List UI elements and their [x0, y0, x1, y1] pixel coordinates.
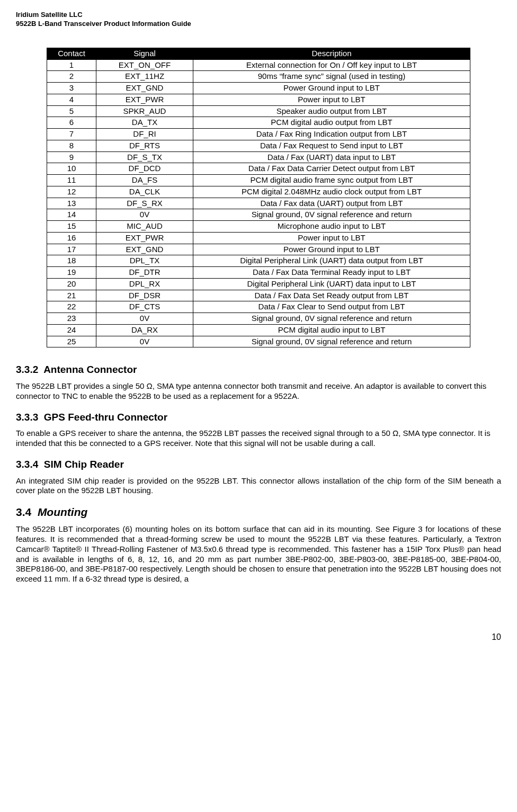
cell-signal: 0V [96, 209, 193, 221]
cell-contact: 14 [47, 209, 96, 221]
cell-description: Signal ground, 0V signal reference and r… [193, 336, 470, 347]
heading-mounting: 3.4 Mounting [16, 505, 501, 519]
cell-signal: DPL_RX [96, 278, 193, 290]
table-row: 3EXT_GNDPower Ground input to LBT [47, 83, 470, 94]
cell-contact: 15 [47, 221, 96, 233]
cell-signal: MIC_AUD [96, 221, 193, 233]
cell-contact: 21 [47, 290, 96, 301]
cell-contact: 13 [47, 198, 96, 209]
heading-title: SIM Chip Reader [44, 459, 124, 470]
body-gps-connector: To enable a GPS receiver to share the an… [16, 429, 501, 449]
cell-contact: 16 [47, 232, 96, 244]
cell-description: Power Ground input to LBT [193, 244, 470, 255]
table-row: 10DF_DCDData / Fax Data Carrier Detect o… [47, 163, 470, 175]
cell-signal: DA_RX [96, 324, 193, 336]
body-sim-reader: An integrated SIM chip reader is provide… [16, 476, 501, 496]
header-line2: 9522B L-Band Transceiver Product Informa… [16, 20, 501, 29]
cell-contact: 11 [47, 175, 96, 186]
cell-description: Digital Peripheral Link (UART) data inpu… [193, 278, 470, 290]
cell-description: Data / Fax Ring Indication output from L… [193, 129, 470, 140]
cell-signal: DPL_TX [96, 255, 193, 267]
cell-contact: 1 [47, 59, 96, 71]
heading-sim-reader: 3.3.4 SIM Chip Reader [16, 458, 501, 471]
cell-signal: EXT_PWR [96, 232, 193, 244]
cell-description: PCM digital audio output from LBT [193, 117, 470, 129]
cell-description: PCM digital 2.048MHz audio clock output … [193, 186, 470, 198]
cell-contact: 19 [47, 267, 96, 279]
cell-description: Power input to LBT [193, 94, 470, 105]
contact-signal-table: Contact Signal Description 1EXT_ON_OFFEx… [47, 48, 470, 348]
cell-signal: 0V [96, 313, 193, 325]
cell-signal: DF_DTR [96, 267, 193, 279]
cell-signal: DF_RI [96, 129, 193, 140]
cell-contact: 23 [47, 313, 96, 325]
cell-signal: 0V [96, 336, 193, 347]
cell-contact: 20 [47, 278, 96, 290]
cell-contact: 10 [47, 163, 96, 175]
table-row: 230VSignal ground, 0V signal reference a… [47, 313, 470, 325]
cell-description: PCM digital audio input to LBT [193, 324, 470, 336]
table-row: 18DPL_TXDigital Peripheral Link (UART) d… [47, 255, 470, 267]
table-row: 12DA_CLKPCM digital 2.048MHz audio clock… [47, 186, 470, 198]
table-row: 17EXT_GNDPower Ground input to LBT [47, 244, 470, 255]
heading-title: Mounting [38, 506, 87, 518]
cell-contact: 9 [47, 151, 96, 163]
table-row: 11DA_FSPCM digital audio frame sync outp… [47, 175, 470, 186]
cell-contact: 6 [47, 117, 96, 129]
cell-description: Data / Fax Data Carrier Detect output fr… [193, 163, 470, 175]
table-row: 140VSignal ground, 0V signal reference a… [47, 209, 470, 221]
cell-signal: DA_CLK [96, 186, 193, 198]
heading-num: 3.4 [16, 506, 31, 518]
cell-description: Power input to LBT [193, 232, 470, 244]
cell-description: Speaker audio output from LBT [193, 105, 470, 117]
cell-contact: 22 [47, 301, 96, 313]
cell-signal: DF_S_TX [96, 151, 193, 163]
table-row: 7DF_RIData / Fax Ring Indication output … [47, 129, 470, 140]
heading-num: 3.3.2 [16, 364, 38, 375]
cell-description: PCM digital audio frame sync output from… [193, 175, 470, 186]
cell-description: External connection for On / Off key inp… [193, 59, 470, 71]
heading-title: Antenna Connector [43, 364, 137, 375]
table-row: 4EXT_PWRPower input to LBT [47, 94, 470, 105]
cell-signal: EXT_GND [96, 83, 193, 94]
cell-description: Power Ground input to LBT [193, 83, 470, 94]
cell-description: Signal ground, 0V signal reference and r… [193, 209, 470, 221]
cell-signal: SPKR_AUD [96, 105, 193, 117]
table-row: 24DA_RXPCM digital audio input to LBT [47, 324, 470, 336]
table-row: 1EXT_ON_OFFExternal connection for On / … [47, 59, 470, 71]
table-row: 6DA_TXPCM digital audio output from LBT [47, 117, 470, 129]
heading-gps-connector: 3.3.3 GPS Feed-thru Connector [16, 411, 501, 424]
cell-contact: 25 [47, 336, 96, 347]
body-mounting: The 9522B LBT incorporates (6) mounting … [16, 524, 501, 584]
cell-contact: 8 [47, 140, 96, 151]
table-row: 2EXT_11HZ90ms “frame sync” signal (used … [47, 71, 470, 83]
th-signal: Signal [96, 48, 193, 59]
cell-contact: 24 [47, 324, 96, 336]
table-row: 16EXT_PWRPower input to LBT [47, 232, 470, 244]
cell-description: Microphone audio input to LBT [193, 221, 470, 233]
cell-signal: DF_DSR [96, 290, 193, 301]
cell-description: Data / Fax data (UART) output from LBT [193, 198, 470, 209]
cell-description: Data / Fax Data Terminal Ready input to … [193, 267, 470, 279]
table-row: 19DF_DTRData / Fax Data Terminal Ready i… [47, 267, 470, 279]
cell-signal: DF_S_RX [96, 198, 193, 209]
cell-contact: 5 [47, 105, 96, 117]
cell-signal: EXT_11HZ [96, 71, 193, 83]
cell-signal: DF_CTS [96, 301, 193, 313]
cell-description: Digital Peripheral Link (UART) data outp… [193, 255, 470, 267]
cell-contact: 12 [47, 186, 96, 198]
heading-num: 3.3.3 [16, 412, 38, 423]
heading-num: 3.3.4 [16, 459, 38, 470]
cell-description: Data / Fax Clear to Send output from LBT [193, 301, 470, 313]
cell-signal: DF_RTS [96, 140, 193, 151]
cell-description: 90ms “frame sync” signal (used in testin… [193, 71, 470, 83]
table-header-row: Contact Signal Description [47, 48, 470, 59]
cell-contact: 2 [47, 71, 96, 83]
th-contact: Contact [47, 48, 96, 59]
body-antenna-connector: The 9522B LBT provides a single 50 Ω, SM… [16, 381, 501, 401]
cell-description: Signal ground, 0V signal reference and r… [193, 313, 470, 325]
table-row: 21DF_DSRData / Fax Data Set Ready output… [47, 290, 470, 301]
table-row: 22DF_CTSData / Fax Clear to Send output … [47, 301, 470, 313]
cell-contact: 18 [47, 255, 96, 267]
cell-contact: 7 [47, 129, 96, 140]
